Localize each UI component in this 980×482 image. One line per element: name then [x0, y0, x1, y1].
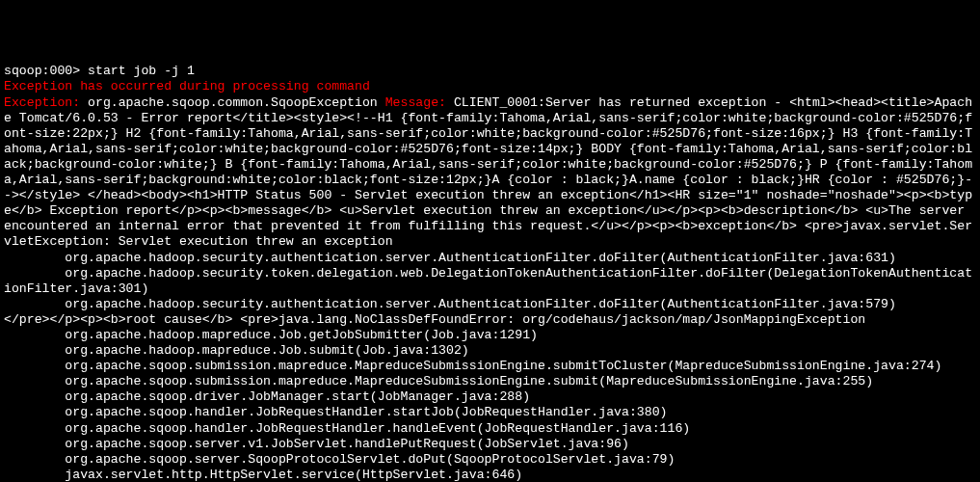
stack-line: org.apache.hadoop.security.authenticatio… — [4, 251, 896, 265]
stack-line: org.apache.sqoop.driver.JobManager.start… — [4, 389, 530, 404]
stack-line: org.apache.sqoop.server.v1.JobServlet.ha… — [4, 437, 629, 451]
stack-line: org.apache.hadoop.mapreduce.Job.getJobSu… — [4, 328, 538, 342]
error-title: Exception has occurred during processing… — [4, 79, 370, 94]
stack-line: org.apache.sqoop.submission.mapreduce.Ma… — [4, 359, 941, 373]
stack-line: org.apache.sqoop.server.SqoopProtocolSer… — [4, 452, 675, 467]
prompt-label: sqoop:000> — [4, 64, 80, 78]
stack-line: org.apache.hadoop.mapreduce.Job.submit(J… — [4, 343, 469, 358]
stack-line: org.apache.sqoop.handler.JobRequestHandl… — [4, 421, 690, 436]
terminal-output: sqoop:000> start job -j 1 Exception has … — [4, 64, 976, 482]
message-body: CLIENT_0001:Server has returned exceptio… — [4, 95, 972, 250]
stack-line: javax.servlet.http.HttpServlet.service(H… — [4, 468, 522, 482]
exception-class: org.apache.sqoop.common.SqoopException — [80, 95, 385, 110]
root-cause-line: </pre></p><p><b>root cause</b> <pre>java… — [4, 312, 865, 327]
stack-line: org.apache.hadoop.security.authenticatio… — [4, 297, 896, 311]
stack-line: org.apache.hadoop.security.token.delegat… — [4, 266, 972, 296]
message-label: Message: — [385, 95, 446, 110]
exception-label: Exception: — [4, 95, 80, 110]
command-text: start job -j 1 — [80, 64, 195, 78]
stack-line: org.apache.sqoop.submission.mapreduce.Ma… — [4, 374, 873, 388]
stack-line: org.apache.sqoop.handler.JobRequestHandl… — [4, 405, 668, 419]
